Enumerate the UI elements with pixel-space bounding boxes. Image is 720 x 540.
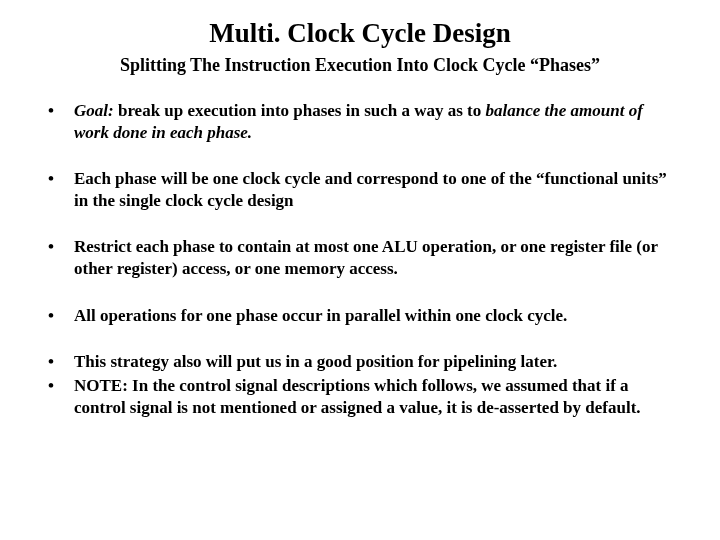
bullet-text: All operations for one phase occur in pa… bbox=[74, 306, 567, 325]
bullet-text: Goal: bbox=[74, 101, 114, 120]
slide-subtitle: Splitting The Instruction Execution Into… bbox=[40, 55, 680, 76]
bullet-item: This strategy also will put us in a good… bbox=[40, 351, 680, 373]
bullet-text: This strategy also will put us in a good… bbox=[74, 352, 557, 371]
bullet-text: Restrict each phase to contain at most o… bbox=[74, 237, 658, 278]
bullet-item: NOTE: In the control signal descriptions… bbox=[40, 375, 680, 419]
bullet-text: NOTE: In the control signal descriptions… bbox=[74, 376, 641, 417]
bullet-item: Each phase will be one clock cycle and c… bbox=[40, 168, 680, 212]
bullet-list: Goal: break up execution into phases in … bbox=[40, 100, 680, 419]
bullet-item: Goal: break up execution into phases in … bbox=[40, 100, 680, 144]
bullet-item: All operations for one phase occur in pa… bbox=[40, 305, 680, 327]
slide-title: Multi. Clock Cycle Design bbox=[40, 18, 680, 49]
slide: Multi. Clock Cycle Design Splitting The … bbox=[0, 0, 720, 540]
bullet-text: break up execution into phases in such a… bbox=[114, 101, 486, 120]
bullet-item: Restrict each phase to contain at most o… bbox=[40, 236, 680, 280]
bullet-text: Each phase will be one clock cycle and c… bbox=[74, 169, 667, 210]
